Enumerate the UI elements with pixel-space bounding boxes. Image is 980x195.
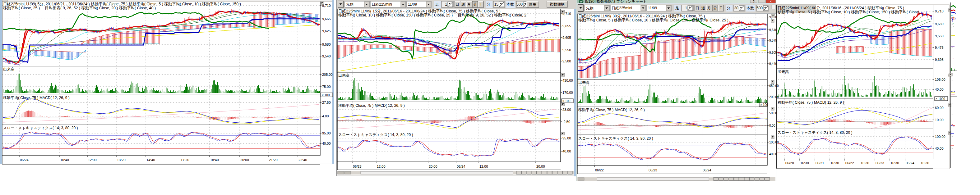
svg-text:20:00: 20:00: [536, 165, 545, 168]
svg-text:·: ·: [564, 171, 565, 174]
svg-text:11/09: 11/09: [648, 6, 657, 10]
svg-text:18:40: 18:40: [210, 158, 219, 162]
svg-text:12:00: 12:00: [479, 165, 488, 168]
svg-text:9,625: 9,625: [322, 29, 331, 33]
svg-text:× 1000: × 1000: [935, 97, 945, 101]
svg-text:日: 日: [695, 6, 699, 10]
svg-text:-2.50: -2.50: [562, 120, 570, 124]
svg-text:T: T: [480, 2, 482, 6]
svg-text:500: 500: [756, 6, 763, 10]
svg-text:500: 500: [516, 2, 523, 6]
svg-text:0.00: 0.00: [769, 124, 775, 127]
svg-text:·: ·: [549, 171, 549, 174]
svg-text:スロー・ストキャスティクス( 14, 3, 80, 20 ): スロー・ストキャスティクス( 14, 3, 80, 20 ): [338, 133, 413, 137]
svg-text:月: 月: [467, 2, 471, 6]
svg-text:06/24: 06/24: [457, 165, 465, 168]
svg-text:?: ?: [753, 0, 754, 3]
svg-text:40.00: 40.00: [935, 147, 943, 150]
svg-text:MACD( 12, 26, 9 ): MACD( 12, 26, 9 ): [814, 100, 844, 105]
svg-text:9,500: 9,500: [562, 59, 571, 63]
svg-text:MACD( 12, 26, 9 ): MACD( 12, 26, 9 ): [40, 96, 70, 100]
svg-text:·: ·: [554, 171, 555, 174]
svg-text:× 100: × 100: [562, 99, 571, 103]
svg-text:·: ·: [544, 171, 544, 174]
svg-text:月: 月: [707, 6, 711, 10]
svg-text:分: 分: [473, 2, 477, 6]
svg-text:23.00: 23.00: [562, 108, 571, 111]
svg-text:06/24: 06/24: [906, 161, 915, 165]
svg-text:·: ·: [518, 171, 519, 174]
svg-text:9,710: 9,710: [935, 10, 943, 13]
svg-text:出来高: 出来高: [338, 73, 350, 78]
svg-text:16:30: 16:30: [830, 161, 839, 165]
svg-text:15: 15: [494, 2, 499, 6]
svg-text:13:20: 13:20: [117, 158, 126, 162]
svg-text:足: 足: [675, 6, 679, 10]
svg-text:日経225mini 11/09( 15分, 2011/06/: 日経225mini 11/09( 15分, 2011/06/16 - 2011/…: [338, 9, 501, 13]
svg-text:430.00: 430.00: [562, 79, 573, 82]
svg-text:× 100: × 100: [760, 103, 768, 106]
svg-text:06/22: 06/22: [845, 161, 854, 165]
svg-text:× 100: × 100: [322, 94, 330, 97]
svg-text:170.00: 170.00: [562, 91, 573, 94]
svg-text:20:00: 20:00: [240, 158, 249, 162]
svg-text:17:20: 17:20: [181, 158, 189, 162]
svg-text:06/22: 06/22: [595, 168, 604, 172]
svg-text:·: ·: [528, 171, 529, 174]
svg-text:650.00: 650.00: [769, 84, 779, 87]
svg-text:06/24: 06/24: [20, 158, 29, 162]
svg-text:9,630: 9,630: [935, 22, 943, 26]
svg-text:9,605: 9,605: [562, 36, 571, 40]
svg-text:本数: 本数: [506, 2, 514, 6]
svg-text:06/23: 06/23: [649, 168, 657, 172]
svg-text:移動平均( Close, 10 ) 移動平均( Clo: 移動平均( Close, 10 ) 移動平均( Close, 150 ) 移動平…: [338, 13, 527, 17]
svg-text:日: 日: [455, 2, 459, 6]
svg-text:11/09: 11/09: [408, 2, 417, 6]
svg-text:週: 週: [461, 2, 465, 6]
svg-text:出来高: 出来高: [578, 81, 590, 85]
svg-text:9,580: 9,580: [322, 43, 331, 46]
svg-text:日経225mini: 日経225mini: [612, 6, 632, 10]
svg-text:移動平均( Close, 75 ): 移動平均( Close, 75 ): [3, 96, 38, 100]
svg-text:27.50: 27.50: [322, 101, 331, 104]
svg-text:スロー・ストキャスティクス( 14, 3, 80, 20 ): スロー・ストキャスティクス( 14, 3, 80, 20 ): [3, 126, 78, 130]
svg-text:100.00: 100.00: [769, 141, 779, 144]
svg-text:06/21: 06/21: [816, 161, 824, 165]
svg-text:先物: 先物: [586, 6, 593, 10]
svg-text:日経225mini 11/09( 5分, 2011/06/2: 日経225mini 11/09( 5分, 2011/06/21 - 2011/0…: [3, 2, 241, 6]
svg-text:20:00: 20:00: [429, 165, 438, 168]
svg-text:足: 足: [435, 2, 439, 6]
svg-text:40.00: 40.00: [935, 87, 943, 91]
svg-text:12:00: 12:00: [88, 158, 97, 162]
svg-text:95.00: 95.00: [322, 132, 331, 135]
svg-text:移動平均( Close, 5 ) 移動平均( Clos: 移動平均( Close, 5 ) 移動平均( Close, 10 ) 移動平均(…: [578, 18, 729, 22]
svg-text:複数銘柄: 複数銘柄: [550, 2, 565, 6]
svg-text:先物: 先物: [346, 2, 353, 6]
svg-text:14:40: 14:40: [146, 158, 155, 162]
svg-text:100.00: 100.00: [935, 135, 945, 138]
svg-text:16:30: 16:30: [861, 161, 869, 165]
svg-text:分: 分: [727, 6, 730, 10]
svg-text:21:20: 21:20: [269, 158, 278, 162]
svg-text:1: 1: [685, 6, 687, 10]
svg-text:スロー・ストキャスティクス( 14, 3, 80, 20 ): スロー・ストキャスティクス( 14, 3, 80, 20 ): [578, 136, 653, 141]
svg-text:分: 分: [487, 2, 490, 6]
svg-text:22:40: 22:40: [299, 158, 307, 162]
svg-text:日経225mini 11/09( 30分, 2011/06/: 日経225mini 11/09( 30分, 2011/06/16 - 2011/…: [578, 14, 705, 18]
svg-text:4.00: 4.00: [322, 114, 329, 118]
svg-text:06/24: 06/24: [703, 168, 711, 172]
svg-text:60.00: 60.00: [935, 106, 943, 109]
svg-text:12:00: 12:00: [377, 165, 385, 168]
svg-text:10:40: 10:40: [60, 158, 69, 162]
svg-text:10.00: 10.00: [935, 118, 943, 122]
svg-text:移動平均( Close, 75 ): 移動平均( Close, 75 ): [778, 100, 813, 105]
svg-text:1: 1: [445, 2, 447, 6]
svg-text:06/23: 06/23: [353, 165, 361, 168]
svg-text:分: 分: [713, 6, 717, 10]
svg-text:移動平均( Close, 75 ): 移動平均( Close, 75 ): [578, 108, 613, 112]
svg-text:06/20: 06/20: [785, 161, 794, 165]
svg-text:16:30: 16:30: [921, 161, 929, 165]
svg-text:出来高: 出来高: [3, 67, 14, 71]
svg-text:·: ·: [559, 171, 560, 174]
svg-text:日経225mini 11/09( 60分, 2011/06/: 日経225mini 11/09( 60分, 2011/06/16 - 2011/…: [778, 6, 904, 10]
